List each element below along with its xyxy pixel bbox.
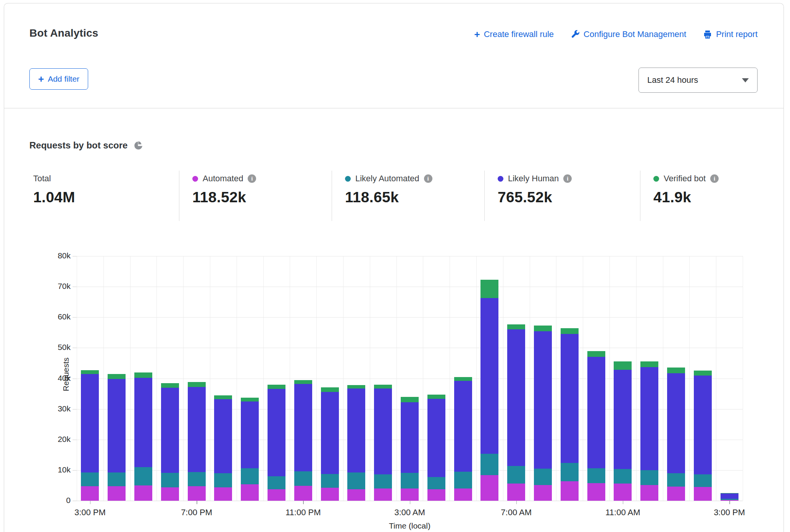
configure-bot-management-link[interactable]: Configure Bot Management	[571, 29, 686, 39]
bar-segment-verified-bot	[134, 372, 152, 378]
bar-700am[interactable]	[507, 324, 525, 501]
stat-likely-human-label: Likely Human	[508, 174, 559, 184]
info-icon[interactable]: i	[424, 174, 432, 183]
bar-segment-verified-bot	[694, 371, 712, 376]
bar-900pm[interactable]	[241, 398, 259, 501]
bar-segment-automated	[401, 488, 419, 501]
bar-segment-likely-human	[427, 399, 445, 477]
bar-segment-likely-automated	[134, 467, 152, 485]
bar-1100am[interactable]	[614, 361, 632, 501]
x-axis-tick	[516, 501, 517, 504]
bar-500am[interactable]	[454, 377, 472, 501]
bar-100pm[interactable]	[667, 368, 685, 501]
bar-segment-likely-automated	[401, 473, 419, 488]
y-axis-tick-label: 70k	[44, 282, 71, 291]
bar-800pm[interactable]	[214, 395, 232, 501]
stat-likely-automated-value: 118.65k	[345, 189, 484, 206]
plus-icon: +	[474, 31, 480, 38]
bar-1000pm[interactable]	[268, 385, 285, 501]
info-icon[interactable]: i	[563, 174, 572, 183]
y-axis-tick	[73, 317, 77, 318]
bar-segment-automated	[241, 484, 259, 501]
bar-segment-likely-human	[347, 389, 365, 472]
bar-segment-likely-automated	[614, 469, 632, 484]
bar-segment-likely-automated	[667, 473, 685, 487]
bar-segment-likely-automated	[241, 468, 259, 484]
bar-segment-likely-automated	[587, 468, 605, 483]
bar-1000am[interactable]	[587, 351, 605, 501]
bar-segment-likely-human	[81, 374, 99, 472]
x-axis-tick-label: 7:00 PM	[170, 508, 223, 517]
bar-segment-likely-automated	[561, 463, 579, 481]
configure-bot-management-label: Configure Bot Management	[584, 29, 686, 39]
y-axis-tick-label: 30k	[44, 404, 71, 413]
bar-100am[interactable]	[347, 385, 365, 501]
stat-total-label: Total	[33, 174, 51, 184]
stat-total: Total 1.04M	[29, 171, 179, 221]
stat-likely-human: Likely Human i 765.52k	[484, 171, 640, 221]
bar-300pm[interactable]	[721, 493, 738, 501]
print-report-link[interactable]: Print report	[703, 29, 758, 39]
bar-600pm[interactable]	[161, 383, 179, 501]
bar-segment-verified-bot	[507, 324, 525, 330]
y-axis-tick	[73, 409, 77, 409]
stat-verified-bot: Verified bot i 41.9k	[640, 171, 761, 221]
bar-300pm[interactable]	[81, 370, 99, 501]
bar-1200am[interactable]	[321, 387, 339, 501]
add-filter-label: Add filter	[48, 74, 79, 84]
bar-segment-likely-human	[614, 370, 632, 469]
bar-segment-likely-human	[561, 334, 579, 463]
x-axis-tick-label: 3:00 PM	[63, 508, 117, 517]
bar-600am[interactable]	[480, 280, 498, 501]
stat-verified-bot-value: 41.9k	[653, 189, 761, 206]
bar-900am[interactable]	[561, 328, 579, 501]
x-axis-tick-label: 11:00 PM	[276, 508, 330, 517]
bar-segment-likely-automated	[214, 473, 232, 487]
add-filter-button[interactable]: + Add filter	[29, 68, 88, 90]
bar-200pm[interactable]	[694, 371, 712, 501]
horizontal-gridline	[77, 287, 743, 287]
y-axis-tick-label: 0	[44, 496, 71, 505]
bar-1200pm[interactable]	[640, 361, 658, 501]
bar-segment-verified-bot	[614, 361, 632, 370]
bar-segment-automated	[161, 487, 179, 501]
bar-1100pm[interactable]	[294, 380, 312, 501]
bar-segment-automated	[694, 487, 712, 501]
time-range-select[interactable]: Last 24 hours	[638, 68, 758, 93]
likely-automated-dot-icon	[345, 176, 351, 182]
bar-segment-automated	[347, 489, 365, 501]
bar-300am[interactable]	[401, 397, 419, 501]
bar-segment-likely-human	[401, 402, 419, 473]
analytics-panel: Bot Analytics + Create firewall rule Con…	[4, 3, 784, 532]
bar-200am[interactable]	[374, 385, 392, 501]
y-axis-tick	[73, 348, 77, 348]
bar-segment-likely-human	[480, 298, 498, 454]
bar-segment-verified-bot	[534, 326, 552, 331]
bar-segment-likely-human	[507, 329, 525, 466]
bar-segment-likely-human	[454, 381, 472, 472]
bar-segment-likely-automated	[374, 474, 392, 488]
bar-400am[interactable]	[427, 395, 445, 501]
bar-500pm[interactable]	[134, 372, 152, 501]
y-axis-tick-label: 60k	[44, 312, 71, 321]
x-axis-tick-label: 7:00 AM	[490, 508, 543, 517]
bar-800am[interactable]	[534, 326, 552, 501]
bar-segment-likely-automated	[347, 472, 365, 489]
bar-segment-likely-automated	[188, 472, 206, 486]
bar-segment-automated	[507, 484, 525, 501]
stat-verified-bot-label: Verified bot	[664, 174, 706, 184]
bar-700pm[interactable]	[188, 382, 206, 501]
info-icon[interactable]: i	[248, 174, 256, 183]
bar-400pm[interactable]	[108, 374, 126, 501]
bar-segment-automated	[374, 488, 392, 501]
bar-segment-verified-bot	[294, 380, 312, 384]
stat-total-value: 1.04M	[33, 189, 179, 206]
info-icon[interactable]: i	[710, 174, 719, 183]
bar-segment-automated	[214, 487, 232, 501]
bar-segment-likely-automated	[427, 477, 445, 490]
x-axis-tick	[410, 501, 411, 504]
x-axis-tick	[303, 501, 304, 504]
create-firewall-rule-link[interactable]: + Create firewall rule	[474, 29, 554, 39]
y-axis-tick	[73, 379, 77, 379]
bot-analytics-page: Bot Analytics + Create firewall rule Con…	[0, 0, 790, 532]
